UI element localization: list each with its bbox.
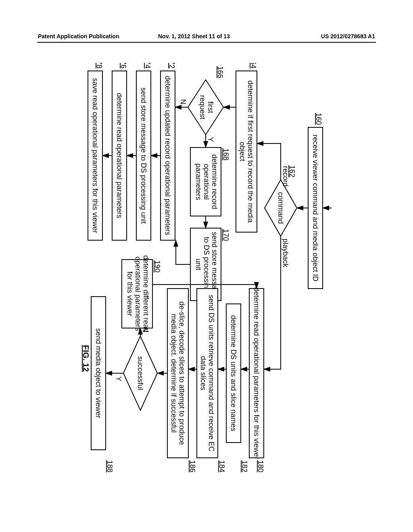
ref-168: 168	[222, 148, 230, 160]
page: Patent Application Publication Nov. 1, 2…	[37, 24, 376, 508]
ref-176: 176	[119, 63, 127, 69]
page-header: Patent Application Publication Nov. 1, 2…	[37, 33, 376, 43]
s186-2: media object. determine if successful	[170, 314, 178, 432]
s182-t: determine DS units and slice names	[229, 315, 238, 431]
d166-l2: request	[198, 95, 206, 119]
lbl-playback: playback	[282, 239, 290, 268]
header-right: US 2012/0278683 A1	[321, 33, 375, 39]
ref-188: 188	[106, 460, 114, 472]
figure-label: FIG. 12	[81, 345, 90, 372]
s184-2: data slices	[199, 356, 207, 390]
lbl-succ-Y: Y	[115, 376, 123, 381]
lbl-166-N: N	[179, 99, 187, 104]
ref-172: 172	[168, 63, 176, 69]
s190-1: determine different read	[142, 256, 150, 332]
lbl-record: record	[282, 166, 290, 187]
s178-t: save read operational parameters for thi…	[91, 78, 99, 233]
flowchart-figure: receive viewer command and media object …	[0, 63, 332, 313]
header-left: Patent Application Publication	[38, 33, 119, 39]
s180-t: determine read operational parameters fo…	[252, 287, 261, 459]
s188-t: send media object to viewer	[94, 328, 102, 418]
ref-160: 160	[315, 113, 323, 125]
ref-180: 180	[257, 460, 265, 472]
ref-184: 184	[218, 460, 226, 472]
step-160-text: receive viewer command and media object …	[311, 135, 319, 281]
decision-162-label: command	[277, 192, 285, 224]
s168-2: operational	[202, 164, 211, 200]
arrow-162-164	[257, 143, 281, 180]
flowchart-svg: receive viewer command and media object …	[81, 63, 332, 484]
ref-178: 178	[95, 63, 103, 69]
d166-l1: first	[206, 102, 215, 113]
step-164-text1: determine if first request to record the…	[246, 80, 254, 223]
ref-186: 186	[188, 460, 196, 472]
s190-3: for this viewer	[126, 271, 134, 316]
s190-2: operational parameters	[134, 256, 142, 331]
ref-166: 166	[216, 66, 224, 78]
arrow-162-180	[264, 236, 281, 369]
d-success-label: successful	[136, 356, 144, 390]
s168-1: determine record	[211, 154, 219, 209]
s170-1: send store message	[211, 232, 219, 297]
s174-t: send store message to DS processing unit	[140, 87, 148, 224]
arrow-170-172	[176, 240, 190, 264]
s176-t: determine read operational parameters	[115, 93, 123, 218]
ref-174: 174	[144, 63, 152, 69]
s170-3: unit	[194, 258, 202, 270]
ref-190: 190	[153, 260, 161, 272]
s170-2: to DS processing	[202, 237, 211, 292]
ref-164: 164	[249, 63, 257, 69]
lbl-166-Y: Y	[206, 137, 215, 142]
s168-3: parameters	[194, 163, 202, 200]
s172-t: determine updated record operational par…	[164, 76, 172, 235]
ref-170: 170	[222, 229, 230, 241]
header-middle: Nov. 1, 2012 Sheet 11 of 13	[158, 33, 230, 39]
s186-1: de-slice, decode slices to attempt to pr…	[178, 301, 186, 445]
s184-1: send DS units retrieve command and recei…	[207, 295, 215, 451]
ref-182: 182	[240, 460, 248, 472]
step-164-text2: object	[238, 142, 246, 161]
